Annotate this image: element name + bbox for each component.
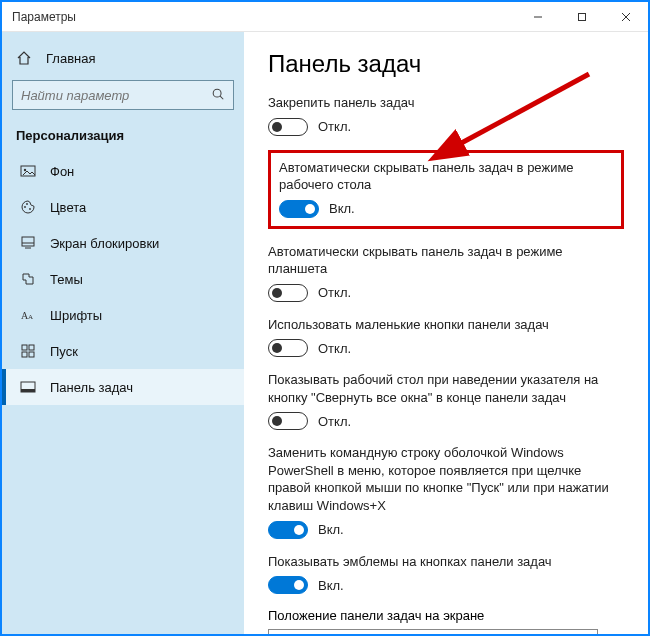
minimize-button[interactable] xyxy=(516,2,560,32)
sidebar-item-start[interactable]: Пуск xyxy=(2,333,244,369)
svg-point-9 xyxy=(26,203,28,205)
search-icon xyxy=(211,87,225,104)
setting-label: Использовать маленькие кнопки панели зад… xyxy=(268,316,624,334)
sidebar-item-lockscreen[interactable]: Экран блокировки xyxy=(2,225,244,261)
setting-label: Автоматически скрывать панель задач в ре… xyxy=(268,243,624,278)
setting-small-buttons: Использовать маленькие кнопки панели зад… xyxy=(268,316,624,358)
svg-rect-17 xyxy=(29,345,34,350)
toggle-autohide-desktop[interactable] xyxy=(279,200,319,218)
setting-label: Заменить командную строку оболочкой Wind… xyxy=(268,444,624,514)
sidebar-item-fonts[interactable]: AA Шрифты xyxy=(2,297,244,333)
sidebar-item-label: Панель задач xyxy=(50,380,133,395)
svg-rect-18 xyxy=(22,352,27,357)
close-button[interactable] xyxy=(604,2,648,32)
toggle-powershell[interactable] xyxy=(268,521,308,539)
sidebar-home-label: Главная xyxy=(46,51,95,66)
setting-label: Закрепить панель задач xyxy=(268,94,624,112)
minimize-icon xyxy=(533,12,543,22)
page-title: Панель задач xyxy=(268,50,624,78)
sidebar-item-colors[interactable]: Цвета xyxy=(2,189,244,225)
sidebar: Главная Персонализация Фон Цвета Экран б… xyxy=(2,32,244,634)
maximize-button[interactable] xyxy=(560,2,604,32)
setting-powershell: Заменить командную строку оболочкой Wind… xyxy=(268,444,624,538)
svg-point-10 xyxy=(29,208,31,210)
toggle-state: Вкл. xyxy=(318,578,344,593)
start-icon xyxy=(20,343,36,359)
svg-point-4 xyxy=(213,89,221,97)
dropdown-label-position: Положение панели задач на экране xyxy=(268,608,624,623)
svg-rect-19 xyxy=(29,352,34,357)
content-pane: Панель задач Закрепить панель задач Откл… xyxy=(244,32,648,634)
setting-badges: Показывать эмблемы на кнопках панели зад… xyxy=(268,553,624,595)
toggle-peek[interactable] xyxy=(268,412,308,430)
svg-rect-21 xyxy=(21,389,35,392)
themes-icon xyxy=(20,271,36,287)
picture-icon xyxy=(20,163,36,179)
svg-rect-11 xyxy=(22,237,34,246)
sidebar-item-label: Шрифты xyxy=(50,308,102,323)
setting-label: Показывать рабочий стол при наведении ук… xyxy=(268,371,624,406)
sidebar-item-label: Темы xyxy=(50,272,83,287)
maximize-icon xyxy=(577,12,587,22)
svg-point-8 xyxy=(24,206,26,208)
sidebar-item-label: Цвета xyxy=(50,200,86,215)
sidebar-home[interactable]: Главная xyxy=(2,42,244,74)
sidebar-item-taskbar[interactable]: Панель задач xyxy=(2,369,244,405)
sidebar-item-background[interactable]: Фон xyxy=(2,153,244,189)
titlebar: Параметры xyxy=(2,2,648,32)
dropdown-position[interactable]: Внизу ⌄ xyxy=(268,629,598,634)
sidebar-item-label: Фон xyxy=(50,164,74,179)
toggle-state: Вкл. xyxy=(318,522,344,537)
setting-label: Автоматически скрывать панель задач в ре… xyxy=(279,159,613,194)
search-box[interactable] xyxy=(12,80,234,110)
setting-peek: Показывать рабочий стол при наведении ук… xyxy=(268,371,624,430)
toggle-small-buttons[interactable] xyxy=(268,339,308,357)
svg-rect-1 xyxy=(579,13,586,20)
sidebar-item-themes[interactable]: Темы xyxy=(2,261,244,297)
setting-lock-taskbar: Закрепить панель задач Откл. xyxy=(268,94,624,136)
svg-rect-16 xyxy=(22,345,27,350)
close-icon xyxy=(621,12,631,22)
svg-text:A: A xyxy=(28,313,33,321)
palette-icon xyxy=(20,199,36,215)
fonts-icon: AA xyxy=(20,307,36,323)
sidebar-item-label: Экран блокировки xyxy=(50,236,159,251)
highlight-box: Автоматически скрывать панель задач в ре… xyxy=(268,150,624,229)
home-icon xyxy=(16,50,32,66)
toggle-state: Откл. xyxy=(318,285,351,300)
toggle-autohide-tablet[interactable] xyxy=(268,284,308,302)
sidebar-section-label: Персонализация xyxy=(2,122,244,153)
toggle-badges[interactable] xyxy=(268,576,308,594)
setting-autohide-desktop: Автоматически скрывать панель задач в ре… xyxy=(279,159,613,218)
setting-label: Показывать эмблемы на кнопках панели зад… xyxy=(268,553,624,571)
setting-autohide-tablet: Автоматически скрывать панель задач в ре… xyxy=(268,243,624,302)
search-input[interactable] xyxy=(21,88,211,103)
svg-point-7 xyxy=(24,169,26,171)
toggle-state: Откл. xyxy=(318,119,351,134)
taskbar-icon xyxy=(20,379,36,395)
toggle-state: Откл. xyxy=(318,414,351,429)
toggle-state: Откл. xyxy=(318,341,351,356)
toggle-lock-taskbar[interactable] xyxy=(268,118,308,136)
svg-line-5 xyxy=(220,96,223,99)
window-title: Параметры xyxy=(12,10,76,24)
sidebar-item-label: Пуск xyxy=(50,344,78,359)
lockscreen-icon xyxy=(20,235,36,251)
toggle-state: Вкл. xyxy=(329,201,355,216)
